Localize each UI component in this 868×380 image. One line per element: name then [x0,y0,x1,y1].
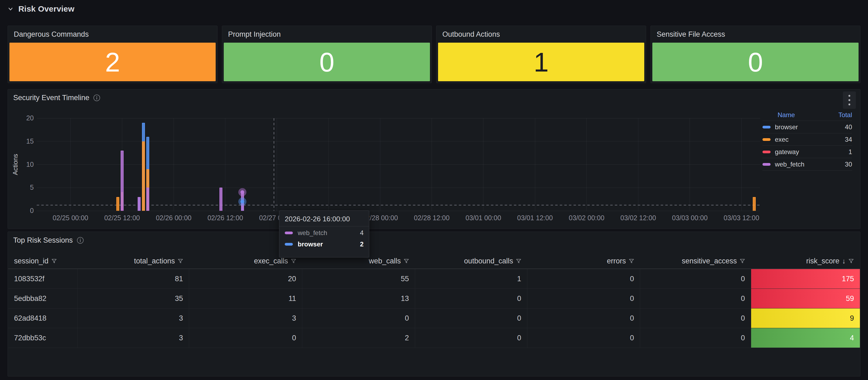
cell-outbound_calls: 1 [415,269,527,288]
cell-sensitive_access: 0 [640,309,751,328]
panel-title[interactable]: Security Event Timeline [13,94,89,102]
cell-errors: 0 [527,309,640,328]
filter-icon[interactable] [629,258,634,264]
x-tick-label: 03/03 12:00 [712,214,771,222]
security-event-timeline-panel: Security Event Timeline Actions Name Tot… [7,89,861,229]
legend-name-header[interactable]: Name [778,111,795,119]
cell-total_actions: 35 [78,289,189,308]
info-icon[interactable] [93,94,100,101]
x-tick-label: 02/26 12:00 [196,214,255,222]
column-header-label: risk_score [806,257,839,265]
gridline-vertical [225,118,225,211]
timeseries-plot[interactable] [37,118,760,211]
cell-errors: 0 [527,328,640,348]
stat-panel-dangerous-commands: Dangerous Commands2 [7,26,218,83]
column-header-label: exec_calls [254,257,288,265]
stat-panel-header: Sensitive File Access [651,26,860,43]
column-header-sensitive_access[interactable]: sensitive_access [640,253,751,268]
tooltip-series-value: 4 [360,229,364,237]
column-header-errors[interactable]: errors [527,253,640,268]
stat-panel-outbound-actions: Outbound Actions1 [436,26,646,83]
legend-series-name[interactable]: exec [775,136,789,143]
chevron-down-icon [6,5,14,13]
cell-risk-score: 9 [751,309,860,328]
top-risk-sessions-panel: Top Risk Sessions session_idtotal_action… [7,231,861,377]
y-tick-label: 10 [18,161,34,168]
bar-exec [116,197,119,211]
cell-web_calls: 55 [302,269,415,288]
legend-total-header[interactable]: Total [838,111,852,119]
bar-web_fetch [121,151,124,211]
info-icon[interactable] [76,237,84,244]
cell-outbound_calls: 0 [415,309,527,328]
sessions-table: session_idtotal_actionsexec_callsweb_cal… [8,253,860,348]
tooltip-timestamp: 2026-02-26 16:00:00 [279,211,369,226]
table-row: 1083532f812055100175 [8,269,860,289]
filter-icon[interactable] [848,258,854,264]
bar-web_fetch [219,188,222,211]
cell-exec_calls: 3 [189,309,302,328]
bar-exec [142,141,145,211]
cell-outbound_calls: 0 [415,328,527,348]
filter-icon[interactable] [51,258,57,264]
grafana-dashboard: { "row_header": { "label": "Risk Overvie… [0,0,868,380]
cell-session-id: 72dbb53c [8,328,78,348]
gridline-vertical [741,118,742,211]
column-header-session_id[interactable]: session_id [8,253,78,268]
legend-series-name[interactable]: browser [775,123,798,131]
column-header-total_actions[interactable]: total_actions [78,253,189,268]
x-tick-label: 03/02 12:00 [609,214,668,222]
legend-series-total: 34 [845,136,852,143]
cell-sensitive_access: 0 [640,289,751,308]
gridline-vertical [329,118,329,211]
filter-icon[interactable] [740,258,745,264]
table-body: 1083532f8120551001755edbba82351113000596… [8,268,860,348]
legend-series-total: 30 [845,161,852,168]
column-header-outbound_calls[interactable]: outbound_calls [415,253,527,268]
column-header-label: errors [607,257,626,265]
column-header-label: total_actions [134,257,175,265]
cell-risk-score: 4 [751,328,860,348]
stat-title[interactable]: Prompt Injection [228,30,281,39]
stat-value: 2 [105,49,120,75]
gridline-horizontal [37,141,760,141]
panel-menu-button[interactable] [843,92,856,109]
column-header-label: sensitive_access [682,257,737,265]
cell-session-id: 1083532f [8,269,78,288]
legend-series-swatch [763,163,771,166]
filter-icon[interactable] [291,258,296,264]
dashboard-row-toggle[interactable]: Risk Overview [6,4,74,13]
tooltip-series-name: browser [298,241,323,248]
cell-sensitive_access: 0 [640,328,751,348]
chart-legend: Name Total browser40exec34gateway1web_fe… [763,109,852,170]
legend-row-browser[interactable]: browser40 [763,121,852,133]
filter-icon[interactable] [178,258,183,264]
column-header-risk_score[interactable]: risk_score↓ [751,253,860,268]
table-row: 72dbb53c3020004 [8,328,860,348]
stat-value-background: 1 [438,43,644,81]
cell-total_actions: 3 [78,328,189,348]
x-tick-label: 03/02 00:00 [557,214,616,222]
x-tick-label: 02/28 12:00 [402,214,462,222]
filter-icon[interactable] [516,258,522,264]
legend-row-gateway[interactable]: gateway1 [763,146,852,158]
table-header-row: session_idtotal_actionsexec_callsweb_cal… [8,253,860,268]
x-tick-label: 03/01 12:00 [505,214,565,222]
tooltip-series-swatch [285,231,293,234]
filter-icon[interactable] [403,258,409,264]
bar-web_fetch [138,197,141,211]
x-tick-label: 03/03 00:00 [660,214,719,222]
legend-series-name[interactable]: gateway [775,148,799,156]
stat-title[interactable]: Sensitive File Access [657,30,725,39]
legend-row-web_fetch[interactable]: web_fetch30 [763,158,852,170]
cell-session-id: 5edbba82 [8,289,78,308]
cell-total_actions: 81 [78,269,189,288]
stat-value: 1 [534,49,549,75]
legend-series-total: 40 [845,123,852,131]
panel-title[interactable]: Top Risk Sessions [13,236,73,245]
stat-title[interactable]: Outbound Actions [442,30,500,39]
stat-title[interactable]: Dangerous Commands [14,30,89,39]
legend-row-exec[interactable]: exec34 [763,133,852,146]
legend-series-name[interactable]: web_fetch [775,161,804,168]
gridline-horizontal [37,188,760,188]
